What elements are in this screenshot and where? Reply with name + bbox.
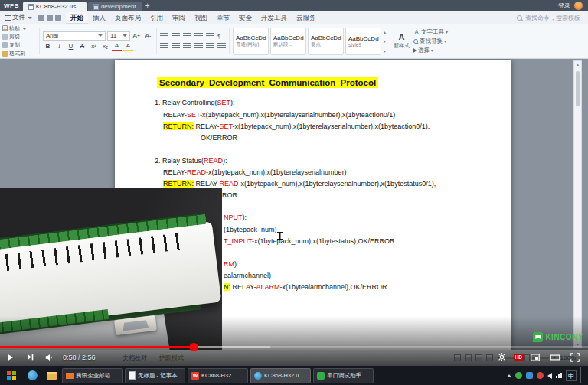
shrink-font-button[interactable]: A- — [143, 31, 153, 41]
format-painter-button[interactable]: 格式刷 — [2, 50, 36, 57]
style-card-1[interactable]: AaBbCcDd普通(网站) — [233, 28, 269, 55]
next-button[interactable] — [20, 349, 40, 366]
style-card-4[interactable]: AaBbCcDdstyle9 — [345, 28, 381, 55]
gallery-more-icon[interactable]: ▾ — [384, 48, 386, 54]
tab-security[interactable]: 安全 — [234, 12, 256, 24]
divider — [229, 28, 230, 54]
taskbar-item-notepad[interactable]: 无标题 - 记事本 — [125, 368, 185, 383]
find-replace-button[interactable]: 查找替换▾ — [413, 37, 448, 45]
settings-button[interactable] — [492, 349, 512, 366]
doc-line: ealarmchannel) — [224, 272, 271, 279]
show-marks-icon[interactable]: ¶ — [217, 33, 220, 40]
input-method-indicator[interactable]: 中 — [566, 370, 577, 381]
align-center-icon[interactable] — [172, 43, 180, 50]
search-icon — [517, 15, 522, 21]
redo-icon[interactable] — [55, 15, 61, 21]
login-button[interactable]: 登录 — [558, 2, 570, 10]
scrollbar-thumb[interactable] — [576, 71, 580, 106]
doc-line: 2. Relay Status(READ): — [155, 157, 227, 165]
volume-button[interactable] — [40, 349, 60, 366]
scroll-up-icon[interactable]: ▴ — [577, 61, 579, 67]
undo-icon[interactable] — [47, 15, 53, 21]
style-card-2[interactable]: AaBbCcDd默认段... — [270, 28, 306, 55]
copy-button[interactable]: 复制 — [2, 41, 36, 49]
new-style-button[interactable]: A 新样式 — [394, 33, 410, 50]
gallery-up-icon[interactable]: ▴ — [384, 29, 386, 34]
new-tab-button[interactable]: + — [145, 2, 150, 11]
cut-button[interactable]: 剪切 — [2, 33, 36, 41]
tab-references[interactable]: 引用 — [145, 12, 168, 24]
taskbar-item-browser-doc[interactable]: KC868-H32 use... — [250, 368, 311, 383]
text-tool-button[interactable]: A文字工具▾ — [413, 28, 448, 36]
launcher-browser[interactable] — [24, 367, 41, 383]
kincony-wordmark: KINCONY — [545, 333, 583, 341]
file-menu[interactable]: 文件 — [0, 13, 37, 22]
strikethrough-button[interactable]: A — [77, 42, 87, 51]
line-spacing-icon[interactable] — [217, 43, 226, 50]
command-search[interactable]: 查找命令，搜索模板 — [517, 14, 588, 22]
font-color-button[interactable]: A — [112, 42, 122, 51]
launcher-explorer[interactable] — [43, 367, 60, 383]
bold-button[interactable]: B — [43, 42, 53, 51]
miniplayer-button[interactable] — [525, 349, 545, 366]
hidden-icons-chevron[interactable] — [507, 374, 511, 377]
sort-icon[interactable] — [206, 33, 214, 40]
align-right-icon[interactable] — [183, 43, 191, 50]
command-search-hint: 查找命令，搜索模板 — [525, 14, 580, 22]
fullscreen-button[interactable] — [565, 349, 585, 366]
taskbar-item-wps[interactable]: WKC868-H32... — [188, 368, 248, 383]
tab-review[interactable]: 审阅 — [168, 12, 190, 24]
highlight-color-button[interactable]: A — [123, 42, 133, 51]
doc-tab-1[interactable]: KC868-H32 us... — [23, 2, 87, 11]
underline-button[interactable]: U — [66, 42, 76, 51]
ribbon-tab-strip: 开始 插入 页面布局 引用 审阅 视图 章节 安全 开发工具 云服务 — [66, 11, 321, 24]
numbering-icon[interactable] — [172, 33, 180, 40]
italic-button[interactable]: I — [54, 42, 64, 51]
tab-view[interactable]: 视图 — [190, 12, 212, 24]
antivirus-icon[interactable] — [515, 372, 522, 379]
gallery-down-icon[interactable]: ▾ — [384, 38, 386, 44]
play-button[interactable] — [0, 349, 20, 366]
gallery-scroll[interactable]: ▴▾▾ — [383, 28, 387, 54]
tab-cloud-service[interactable]: 云服务 — [292, 12, 321, 24]
tab-home[interactable]: 开始 — [66, 12, 88, 24]
network-icon[interactable] — [556, 373, 562, 378]
select-button[interactable]: 选择▾ — [413, 46, 448, 54]
justify-icon[interactable] — [194, 43, 203, 50]
cloud-icon[interactable] — [526, 372, 533, 379]
font-size-select[interactable]: 11 — [107, 31, 130, 41]
notification-icon[interactable] — [537, 372, 544, 379]
start-button[interactable] — [2, 367, 21, 383]
windows-taskbar: 腾讯企业邮箱Cin... 无标题 - 记事本 WKC868-H32... KC8… — [0, 366, 588, 385]
avatar[interactable] — [574, 2, 583, 10]
quick-access-toolbar — [38, 15, 61, 21]
subscript-button[interactable]: x₂ — [100, 42, 110, 51]
taskbar-item-mail[interactable]: 腾讯企业邮箱Cin... — [62, 368, 122, 383]
vertical-scrollbar[interactable]: ▴ ▾ — [573, 60, 582, 348]
align-left-icon[interactable] — [160, 43, 168, 50]
font-family-select[interactable]: Arial — [43, 31, 106, 41]
show-desktop-button[interactable] — [580, 367, 583, 383]
doc-line: RETURN: RELAY-READ-x(1bytepack_num),x(1b… — [163, 180, 436, 188]
notepad-icon — [129, 371, 136, 380]
style-card-3[interactable]: AaBbCcDd要点 — [308, 28, 344, 55]
tab-section[interactable]: 章节 — [212, 12, 234, 24]
volume-tray-icon[interactable] — [547, 373, 552, 379]
save-icon[interactable] — [38, 15, 44, 21]
tab-insert[interactable]: 插入 — [88, 12, 110, 24]
increase-indent-icon[interactable] — [194, 33, 203, 40]
theater-button[interactable] — [545, 349, 565, 366]
paste-button[interactable]: 粘贴 — [2, 24, 36, 32]
tab-dev-tools[interactable]: 开发工具 — [256, 12, 292, 24]
tab-page-layout[interactable]: 页面布局 — [110, 12, 145, 24]
bullets-icon[interactable] — [160, 33, 168, 40]
taskbar-item-serial[interactable]: 串口调试助手 — [313, 368, 374, 383]
doc-line: T_INPUT-x(1bytepack_num),x(1bytestatus),… — [224, 237, 395, 245]
doc-tab-2[interactable]: development — [88, 2, 142, 11]
doc-line: RETURN: RELAY-SET-x(1bytepack_num),x(1by… — [163, 122, 430, 130]
grow-font-button[interactable]: A+ — [132, 31, 142, 41]
superscript-button[interactable]: x² — [89, 42, 99, 51]
distribute-icon[interactable] — [206, 43, 214, 50]
font-group: Arial 11 A+ A- B I U A x² x₂ A A — [43, 25, 153, 57]
decrease-indent-icon[interactable] — [183, 33, 191, 40]
